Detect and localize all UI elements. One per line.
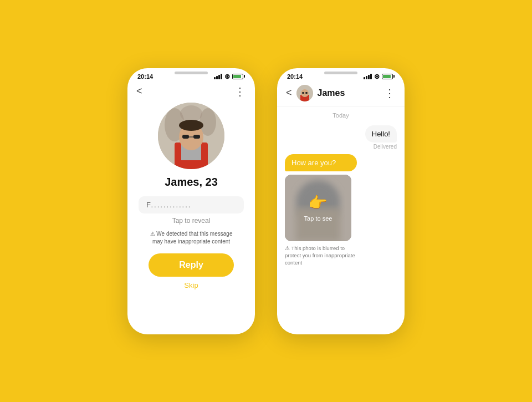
greeting-text: How are you? <box>291 159 336 167</box>
signal-bars-icon <box>214 73 222 79</box>
svg-rect-15 <box>305 92 308 94</box>
avatar <box>158 103 224 169</box>
svg-rect-14 <box>302 92 304 94</box>
battery-icon <box>232 74 245 79</box>
tap-to-see-label: Tap to see <box>304 215 332 222</box>
phone-profile: 20:14 ⊛ < ⋮ <box>127 68 255 334</box>
profile-name: James, 23 <box>165 176 218 189</box>
chat-header: < James ⋮ <box>277 83 405 106</box>
svg-rect-7 <box>182 135 189 139</box>
message-sent-hello: Hello! Delivered <box>365 125 397 150</box>
wifi-icon-2: ⊛ <box>374 73 380 80</box>
photo-warning-text: ⚠ This photo is blurred to protect you f… <box>285 245 357 267</box>
profile-header: < ⋮ <box>127 83 255 103</box>
bubble-hello: Hello! <box>365 125 397 143</box>
more-button[interactable]: ⋮ <box>234 85 246 98</box>
chat-contact-name: James <box>318 88 345 98</box>
chat-avatar[interactable] <box>296 85 313 101</box>
blurred-photo[interactable]: 👉 Tap to see <box>285 175 351 241</box>
notch-pill-2 <box>324 72 357 74</box>
chat-more-button[interactable]: ⋮ <box>384 86 396 100</box>
phones-container: 20:14 ⊛ < ⋮ <box>127 68 405 334</box>
back-button[interactable]: < <box>136 85 142 97</box>
skip-link[interactable]: Skip <box>184 281 198 289</box>
status-bar-2: 20:14 ⊛ <box>277 68 405 83</box>
message-preview[interactable]: F............. <box>139 196 244 213</box>
svg-point-3 <box>180 105 202 122</box>
profile-content: James, 23 F............. Tap to reveal ⚠… <box>127 103 255 334</box>
time-display-2: 20:14 <box>287 73 303 80</box>
chat-messages: Today Hello! Delivered How are you? <box>277 106 405 334</box>
time-display-1: 20:14 <box>137 73 153 80</box>
status-bar-1: 20:14 ⊛ <box>127 68 255 83</box>
chat-back-button[interactable]: < <box>286 87 292 99</box>
tap-reveal-label[interactable]: Tap to reveal <box>172 217 211 225</box>
reply-button[interactable]: Reply <box>149 253 234 277</box>
wifi-icon: ⊛ <box>224 73 230 80</box>
signal-bars-icon-2 <box>364 73 372 79</box>
svg-point-10 <box>179 120 203 131</box>
warning-message: ⚠ We detected that this message may have… <box>139 230 244 246</box>
status-icons-2: ⊛ <box>364 73 395 80</box>
chat-header-left: < James <box>286 85 345 101</box>
message-text: F............. <box>146 201 191 209</box>
svg-rect-8 <box>193 135 200 139</box>
phone-chat: 20:14 ⊛ < <box>277 68 405 334</box>
battery-icon-2 <box>382 74 395 79</box>
message-received-greeting: How are you? <box>285 154 357 267</box>
date-label: Today <box>285 112 397 119</box>
notch-pill <box>175 72 208 74</box>
tap-to-see-overlay[interactable]: 👉 Tap to see <box>304 194 332 222</box>
status-icons-1: ⊛ <box>214 73 245 80</box>
hand-pointer-icon: 👉 <box>308 194 328 212</box>
hello-text: Hello! <box>372 130 390 138</box>
delivered-status: Delivered <box>374 144 397 150</box>
bubble-greeting: How are you? <box>285 154 357 171</box>
